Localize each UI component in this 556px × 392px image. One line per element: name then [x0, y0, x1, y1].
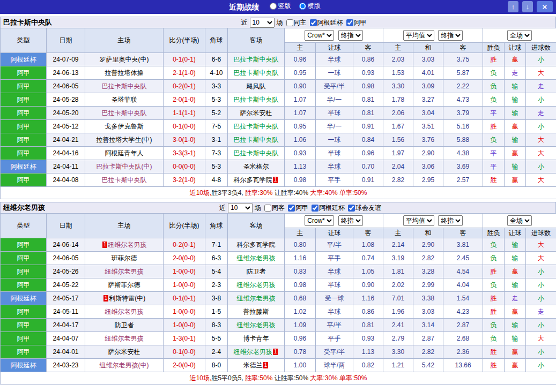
score-cell[interactable]: 0-1(0-0) — [164, 345, 205, 359]
odds-cell: 4.73 — [443, 93, 483, 107]
result-outcome-cell: 负 — [483, 278, 505, 292]
team-name-link[interactable]: 班菲尔德 — [112, 254, 137, 262]
away-team-cell: 巴拉卡斯中央队 — [228, 133, 285, 147]
team-name-link[interactable]: 巴拉卡斯中央队 — [234, 136, 279, 144]
score-cell[interactable]: 1-0(0-0) — [164, 305, 205, 319]
score-cell[interactable]: 0-1(0-1) — [164, 292, 205, 305]
league-filter-input[interactable] — [346, 19, 353, 26]
score-cell[interactable]: 1-1(1-1) — [164, 107, 205, 120]
team-name-link[interactable]: 纽维尔老男孩 — [105, 268, 144, 275]
fullmatch-select[interactable]: 全场 — [507, 30, 532, 41]
team-name-link[interactable]: 利斯特雷(中) — [109, 295, 145, 302]
score-cell[interactable]: 0-0(0-0) — [164, 160, 205, 174]
average-select[interactable]: 平均值 — [403, 30, 434, 41]
score-cell[interactable]: 3-2(1-0) — [164, 174, 205, 187]
radio-portrait[interactable]: 竖版 — [270, 2, 291, 11]
league-filter-input[interactable] — [312, 205, 318, 212]
score-cell[interactable]: 1-0(0-0) — [164, 265, 205, 278]
radio-landscape-input[interactable] — [299, 3, 306, 10]
team-name-link[interactable]: 防卫者 — [115, 321, 134, 329]
score-cell[interactable]: 3-3(3-1) — [164, 147, 205, 160]
team-name-link[interactable]: 纽维尔老男孩 — [234, 348, 272, 356]
team-name-link[interactable]: 巴拉卡斯中央队 — [234, 56, 279, 63]
score-cell[interactable]: 1-0(0-0) — [164, 278, 205, 292]
average-select[interactable]: 平均值 — [403, 215, 434, 226]
team-name-link[interactable]: 拉普拉塔大学生(中) — [97, 136, 152, 144]
team-name-link[interactable]: 科尔多瓦学院 — [234, 176, 272, 184]
odds-cell: 5.88 — [443, 133, 483, 147]
score-cell[interactable]: 2-1(1-0) — [164, 66, 205, 80]
same-venue-checkbox[interactable]: 同主 — [284, 18, 307, 27]
team-name-link[interactable]: 萨斯菲尔德 — [108, 281, 140, 289]
same-venue-input[interactable] — [286, 19, 293, 26]
team-name-link[interactable]: 米德兰 — [243, 361, 263, 369]
team-name-link[interactable]: 罗萨里奥中央(中) — [100, 56, 149, 63]
league-filter-checkbox[interactable]: 阿甲 — [286, 203, 308, 213]
odds-time-select[interactable]: 终指 — [338, 30, 363, 41]
team-name-link[interactable]: 纽维尔老男孩 — [105, 335, 144, 342]
league-filter-input[interactable] — [288, 205, 295, 212]
fullmatch-select[interactable]: 全场 — [507, 215, 532, 226]
team-name-link[interactable]: 防卫者 — [247, 268, 266, 275]
same-venue-input[interactable] — [264, 205, 271, 212]
team-name-link[interactable]: 巴拉卡斯中央队 — [234, 69, 279, 77]
team-name-link[interactable]: 巴拉卡斯中央队 — [102, 176, 147, 184]
score-cell[interactable]: 1-0(0-0) — [164, 319, 205, 332]
team-name-link[interactable]: 纽维尔老男孩 — [237, 295, 276, 302]
league-filter-input[interactable] — [348, 205, 355, 212]
match-count-select[interactable]: 10 — [250, 18, 275, 28]
team-name-link[interactable]: 纽维尔老男孩 — [237, 281, 276, 289]
team-name-link[interactable]: 巴拉卡斯中央队 — [234, 123, 279, 130]
team-name-link[interactable]: 拉普拉塔体操 — [105, 69, 144, 77]
league-filter-checkbox[interactable]: 球会友谊 — [346, 203, 381, 213]
team-name-link[interactable]: 阿根廷青年人 — [105, 149, 144, 157]
league-filter-checkbox[interactable]: 阿根廷杯 — [309, 203, 345, 213]
team-name-link[interactable]: 戈多伊克鲁斯 — [105, 123, 144, 130]
team-name-link[interactable]: 科尔多瓦学院 — [237, 241, 276, 248]
radio-portrait-input[interactable] — [270, 3, 277, 10]
team-name-link[interactable]: 巴拉卡斯中央队(中) — [97, 163, 152, 170]
odds-company-select[interactable]: Crow* — [305, 215, 334, 226]
league-filter-checkbox[interactable]: 阿根廷杯 — [308, 18, 343, 27]
odds-time-select[interactable]: 终指 — [338, 215, 363, 226]
score-cell[interactable]: 2-0(0-0) — [164, 359, 205, 372]
team-name-link[interactable]: 纽维尔老男孩 — [108, 241, 146, 248]
team-name-link[interactable]: 巴拉卡斯中央队 — [102, 109, 147, 117]
score-cell[interactable]: 0-2(0-1) — [164, 238, 205, 252]
league-filter-checkbox[interactable]: 阿甲 — [344, 18, 367, 27]
score-cell[interactable]: 3-0(1-0) — [164, 133, 205, 147]
team-name-link[interactable]: 萨尔米安杜 — [240, 109, 272, 117]
team-name-link[interactable]: 普拉滕斯 — [243, 308, 269, 315]
team-name-link[interactable]: 圣塔菲联 — [112, 96, 137, 103]
close-button[interactable]: × — [537, 1, 553, 12]
team-name-link[interactable]: 纽维尔老男孩 — [105, 308, 144, 315]
summary-segment: 单率:50% — [338, 374, 367, 382]
score-cell[interactable]: 0-2(0-1) — [164, 80, 205, 93]
match-type-cell: 阿甲 — [1, 147, 47, 160]
team-name-link[interactable]: 纽维尔老男孩 — [237, 254, 276, 262]
team-name-link[interactable]: 巴拉卡斯中央队 — [234, 96, 279, 103]
score-cell[interactable]: 2-0(0-0) — [164, 252, 205, 265]
team-name-link[interactable]: 巴拉卡斯中央队 — [102, 82, 147, 90]
score-cell[interactable]: 0-1(0-1) — [164, 53, 205, 66]
match-count-select[interactable]: 10 — [228, 203, 253, 213]
team-name-link[interactable]: 圣米格尔 — [243, 163, 269, 170]
radio-landscape[interactable]: 横版 — [299, 2, 321, 11]
team-name-link[interactable]: 博卡青年 — [243, 335, 269, 342]
odds-company-select[interactable]: Crow* — [305, 30, 334, 41]
scroll-down-button[interactable]: ↓ — [522, 1, 533, 12]
score-cell[interactable]: 1-3(0-1) — [164, 332, 205, 345]
average-time-select[interactable]: 终指 — [438, 30, 463, 41]
team-name-link[interactable]: 巴拉卡斯中央队 — [234, 149, 279, 157]
score-cell[interactable]: 2-0(1-0) — [164, 93, 205, 107]
league-filter-input[interactable] — [310, 19, 317, 26]
team-name-link[interactable]: 纽维尔老男孩 — [237, 321, 276, 329]
team-name-link[interactable]: 纽维尔老男孩(中) — [100, 361, 149, 369]
team-name-link[interactable]: 飓风队 — [247, 82, 266, 90]
average-time-select[interactable]: 终指 — [438, 215, 463, 226]
team-name-link[interactable]: 萨尔米安杜 — [108, 348, 140, 356]
scroll-up-button[interactable]: ↑ — [508, 1, 518, 12]
same-venue-checkbox[interactable]: 同客 — [262, 203, 285, 213]
score-cell[interactable]: 0-1(0-0) — [164, 120, 205, 133]
corner-cell: 4-8 — [205, 174, 228, 187]
